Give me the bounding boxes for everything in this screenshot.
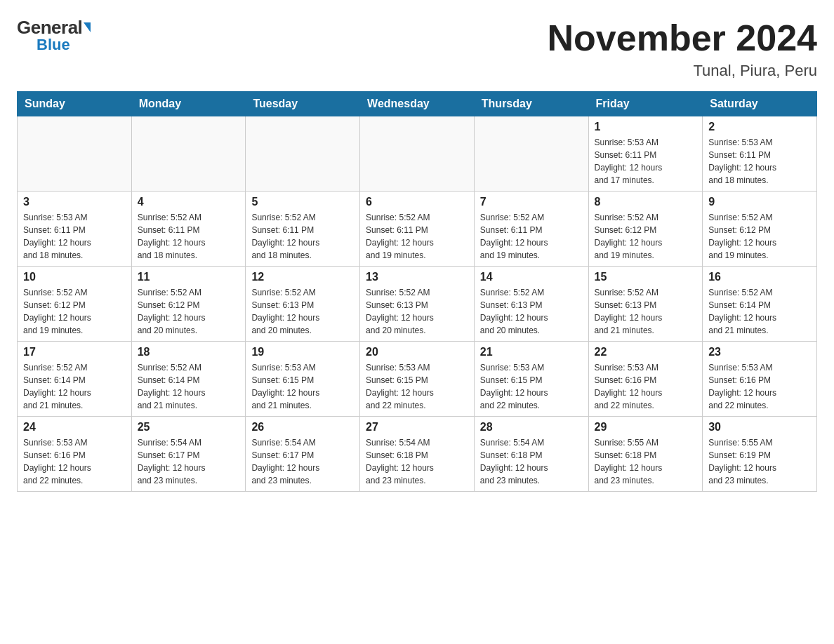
day-number: 28 bbox=[480, 421, 583, 434]
day-number: 5 bbox=[251, 196, 354, 208]
title-block: November 2024 Tunal, Piura, Peru bbox=[548, 17, 817, 80]
calendar-cell: 27Sunrise: 5:54 AMSunset: 6:18 PMDayligh… bbox=[360, 417, 475, 492]
column-header-wednesday: Wednesday bbox=[360, 92, 475, 116]
logo-blue: Blue bbox=[37, 36, 70, 54]
calendar-cell: 14Sunrise: 5:52 AMSunset: 6:13 PMDayligh… bbox=[474, 267, 588, 342]
week-row-2: 3Sunrise: 5:53 AMSunset: 6:11 PMDaylight… bbox=[18, 192, 817, 267]
day-info: Sunrise: 5:52 AMSunset: 6:13 PMDaylight:… bbox=[251, 286, 354, 337]
calendar-cell: 15Sunrise: 5:52 AMSunset: 6:13 PMDayligh… bbox=[588, 267, 703, 342]
day-number: 24 bbox=[23, 421, 126, 434]
day-info: Sunrise: 5:52 AMSunset: 6:12 PMDaylight:… bbox=[708, 211, 811, 262]
calendar-cell: 6Sunrise: 5:52 AMSunset: 6:11 PMDaylight… bbox=[360, 192, 475, 267]
day-info: Sunrise: 5:54 AMSunset: 6:17 PMDaylight:… bbox=[251, 436, 354, 487]
day-number: 27 bbox=[366, 421, 468, 434]
day-number: 14 bbox=[480, 271, 583, 283]
day-number: 3 bbox=[23, 196, 126, 208]
day-number: 12 bbox=[251, 271, 354, 283]
day-number: 9 bbox=[708, 196, 811, 208]
day-number: 17 bbox=[23, 346, 126, 358]
calendar-cell: 2Sunrise: 5:53 AMSunset: 6:11 PMDaylight… bbox=[703, 116, 817, 192]
calendar-cell: 8Sunrise: 5:52 AMSunset: 6:12 PMDaylight… bbox=[588, 192, 703, 267]
day-number: 23 bbox=[708, 346, 811, 358]
day-info: Sunrise: 5:52 AMSunset: 6:14 PMDaylight:… bbox=[23, 361, 126, 412]
day-number: 30 bbox=[708, 421, 811, 434]
calendar-table: SundayMondayTuesdayWednesdayThursdayFrid… bbox=[17, 91, 817, 492]
day-info: Sunrise: 5:52 AMSunset: 6:11 PMDaylight:… bbox=[251, 211, 354, 262]
calendar-cell: 11Sunrise: 5:52 AMSunset: 6:12 PMDayligh… bbox=[131, 267, 246, 342]
day-info: Sunrise: 5:53 AMSunset: 6:15 PMDaylight:… bbox=[480, 361, 583, 412]
day-number: 8 bbox=[595, 196, 697, 208]
day-info: Sunrise: 5:53 AMSunset: 6:11 PMDaylight:… bbox=[23, 211, 126, 262]
day-info: Sunrise: 5:53 AMSunset: 6:16 PMDaylight:… bbox=[708, 361, 811, 412]
day-info: Sunrise: 5:52 AMSunset: 6:14 PMDaylight:… bbox=[708, 286, 811, 337]
day-number: 6 bbox=[366, 196, 468, 208]
day-info: Sunrise: 5:54 AMSunset: 6:17 PMDaylight:… bbox=[138, 436, 240, 487]
week-row-1: 1Sunrise: 5:53 AMSunset: 6:11 PMDaylight… bbox=[18, 116, 817, 192]
day-info: Sunrise: 5:52 AMSunset: 6:11 PMDaylight:… bbox=[138, 211, 240, 262]
day-info: Sunrise: 5:53 AMSunset: 6:16 PMDaylight:… bbox=[595, 361, 697, 412]
calendar-cell: 23Sunrise: 5:53 AMSunset: 6:16 PMDayligh… bbox=[703, 342, 817, 417]
calendar-cell: 1Sunrise: 5:53 AMSunset: 6:11 PMDaylight… bbox=[588, 116, 703, 192]
day-info: Sunrise: 5:53 AMSunset: 6:15 PMDaylight:… bbox=[366, 361, 468, 412]
day-info: Sunrise: 5:52 AMSunset: 6:12 PMDaylight:… bbox=[595, 211, 697, 262]
calendar-cell: 30Sunrise: 5:55 AMSunset: 6:19 PMDayligh… bbox=[703, 417, 817, 492]
calendar-cell: 3Sunrise: 5:53 AMSunset: 6:11 PMDaylight… bbox=[18, 192, 132, 267]
day-info: Sunrise: 5:53 AMSunset: 6:15 PMDaylight:… bbox=[251, 361, 354, 412]
day-info: Sunrise: 5:55 AMSunset: 6:18 PMDaylight:… bbox=[595, 436, 697, 487]
calendar-cell bbox=[131, 116, 246, 192]
calendar-cell: 12Sunrise: 5:52 AMSunset: 6:13 PMDayligh… bbox=[246, 267, 360, 342]
calendar-cell: 25Sunrise: 5:54 AMSunset: 6:17 PMDayligh… bbox=[131, 417, 246, 492]
day-info: Sunrise: 5:52 AMSunset: 6:14 PMDaylight:… bbox=[138, 361, 240, 412]
day-number: 16 bbox=[708, 271, 811, 283]
day-number: 7 bbox=[480, 196, 583, 208]
calendar-cell: 10Sunrise: 5:52 AMSunset: 6:12 PMDayligh… bbox=[18, 267, 132, 342]
calendar-cell: 4Sunrise: 5:52 AMSunset: 6:11 PMDaylight… bbox=[131, 192, 246, 267]
day-number: 11 bbox=[138, 271, 240, 283]
calendar-cell: 26Sunrise: 5:54 AMSunset: 6:17 PMDayligh… bbox=[246, 417, 360, 492]
day-number: 22 bbox=[595, 346, 697, 358]
day-info: Sunrise: 5:54 AMSunset: 6:18 PMDaylight:… bbox=[480, 436, 583, 487]
calendar-cell: 22Sunrise: 5:53 AMSunset: 6:16 PMDayligh… bbox=[588, 342, 703, 417]
day-info: Sunrise: 5:53 AMSunset: 6:11 PMDaylight:… bbox=[708, 136, 811, 187]
calendar-cell: 21Sunrise: 5:53 AMSunset: 6:15 PMDayligh… bbox=[474, 342, 588, 417]
page-header: General Blue November 2024 Tunal, Piura,… bbox=[17, 17, 817, 80]
column-header-friday: Friday bbox=[588, 92, 703, 116]
day-info: Sunrise: 5:52 AMSunset: 6:12 PMDaylight:… bbox=[138, 286, 240, 337]
calendar-cell: 18Sunrise: 5:52 AMSunset: 6:14 PMDayligh… bbox=[131, 342, 246, 417]
calendar-cell: 20Sunrise: 5:53 AMSunset: 6:15 PMDayligh… bbox=[360, 342, 475, 417]
day-info: Sunrise: 5:52 AMSunset: 6:13 PMDaylight:… bbox=[595, 286, 697, 337]
calendar-cell bbox=[18, 116, 132, 192]
day-info: Sunrise: 5:53 AMSunset: 6:16 PMDaylight:… bbox=[23, 436, 126, 487]
logo-triangle-icon bbox=[84, 22, 91, 32]
calendar-cell bbox=[246, 116, 360, 192]
calendar-cell: 28Sunrise: 5:54 AMSunset: 6:18 PMDayligh… bbox=[474, 417, 588, 492]
week-row-4: 17Sunrise: 5:52 AMSunset: 6:14 PMDayligh… bbox=[18, 342, 817, 417]
column-header-thursday: Thursday bbox=[474, 92, 588, 116]
calendar-cell: 17Sunrise: 5:52 AMSunset: 6:14 PMDayligh… bbox=[18, 342, 132, 417]
calendar-cell: 13Sunrise: 5:52 AMSunset: 6:13 PMDayligh… bbox=[360, 267, 475, 342]
day-number: 4 bbox=[138, 196, 240, 208]
day-info: Sunrise: 5:52 AMSunset: 6:13 PMDaylight:… bbox=[366, 286, 468, 337]
day-number: 1 bbox=[595, 121, 697, 133]
column-header-sunday: Sunday bbox=[18, 92, 132, 116]
calendar-cell: 29Sunrise: 5:55 AMSunset: 6:18 PMDayligh… bbox=[588, 417, 703, 492]
day-number: 25 bbox=[138, 421, 240, 434]
column-header-monday: Monday bbox=[131, 92, 246, 116]
column-header-saturday: Saturday bbox=[703, 92, 817, 116]
column-header-tuesday: Tuesday bbox=[246, 92, 360, 116]
day-info: Sunrise: 5:52 AMSunset: 6:11 PMDaylight:… bbox=[480, 211, 583, 262]
day-number: 10 bbox=[23, 271, 126, 283]
day-number: 20 bbox=[366, 346, 468, 358]
day-number: 13 bbox=[366, 271, 468, 283]
week-row-3: 10Sunrise: 5:52 AMSunset: 6:12 PMDayligh… bbox=[18, 267, 817, 342]
day-info: Sunrise: 5:55 AMSunset: 6:19 PMDaylight:… bbox=[708, 436, 811, 487]
calendar-cell: 9Sunrise: 5:52 AMSunset: 6:12 PMDaylight… bbox=[703, 192, 817, 267]
calendar-cell: 19Sunrise: 5:53 AMSunset: 6:15 PMDayligh… bbox=[246, 342, 360, 417]
location-subtitle: Tunal, Piura, Peru bbox=[548, 62, 817, 80]
day-number: 29 bbox=[595, 421, 697, 434]
day-number: 18 bbox=[138, 346, 240, 358]
day-info: Sunrise: 5:53 AMSunset: 6:11 PMDaylight:… bbox=[595, 136, 697, 187]
day-info: Sunrise: 5:52 AMSunset: 6:13 PMDaylight:… bbox=[480, 286, 583, 337]
day-number: 15 bbox=[595, 271, 697, 283]
week-row-5: 24Sunrise: 5:53 AMSunset: 6:16 PMDayligh… bbox=[18, 417, 817, 492]
